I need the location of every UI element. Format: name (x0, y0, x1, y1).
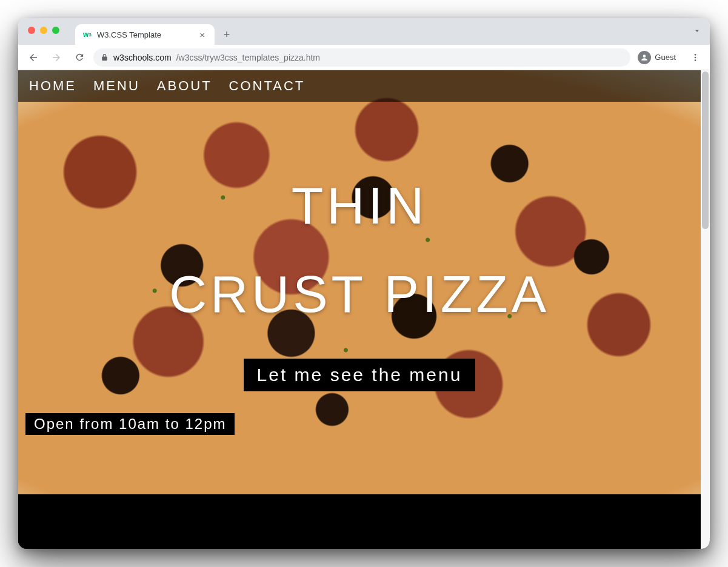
browser-menu-button[interactable] (687, 49, 704, 66)
fullscreen-window-button[interactable] (52, 27, 59, 34)
profile-button[interactable]: Guest (635, 48, 682, 67)
close-window-button[interactable] (28, 27, 35, 34)
svg-point-1 (695, 56, 696, 58)
minimize-window-button[interactable] (40, 27, 47, 34)
nav-link-menu[interactable]: MENU (93, 78, 140, 94)
opening-hours-badge: Open from 10am to 12pm (25, 413, 235, 435)
hero-title-line1: THIN (18, 179, 701, 231)
hero-heading: THIN CRUST PIZZA Let me see the menu (18, 179, 701, 391)
lock-icon (101, 53, 109, 61)
address-bar[interactable]: w3schools.com/w3css/tryw3css_templates_p… (93, 48, 630, 67)
see-menu-button[interactable]: Let me see the menu (244, 359, 476, 391)
window-controls (28, 27, 59, 34)
page-viewport: HOME MENU ABOUT CONTACT THIN CRUST PIZZA… (18, 70, 710, 549)
url-path: /w3css/tryw3css_templates_pizza.htm (176, 53, 320, 62)
nav-link-home[interactable]: HOME (29, 78, 76, 94)
favicon-icon: w3 (82, 30, 92, 39)
nav-link-contact[interactable]: CONTACT (229, 78, 306, 94)
page-content: HOME MENU ABOUT CONTACT THIN CRUST PIZZA… (18, 70, 701, 549)
new-tab-button[interactable]: + (218, 26, 235, 43)
vertical-scrollbar[interactable] (701, 70, 710, 549)
hero-section: HOME MENU ABOUT CONTACT THIN CRUST PIZZA… (18, 70, 701, 494)
browser-window: w3 W3.CSS Template × + w3schools.com/w3c… (18, 18, 710, 549)
browser-toolbar: w3schools.com/w3css/tryw3css_templates_p… (18, 45, 710, 70)
url-host: w3schools.com (113, 53, 172, 62)
svg-point-0 (695, 54, 696, 56)
tabs-overflow-icon[interactable] (693, 27, 701, 35)
forward-button[interactable] (47, 48, 65, 67)
svg-point-2 (695, 59, 696, 61)
hero-title-line2: CRUST PIZZA (18, 268, 701, 320)
footer-band (18, 496, 701, 549)
browser-tab[interactable]: w3 W3.CSS Template × (75, 24, 215, 45)
nav-link-about[interactable]: ABOUT (157, 78, 212, 94)
tab-title: W3.CSS Template (97, 30, 161, 39)
tab-close-button[interactable]: × (197, 29, 207, 41)
scrollbar-thumb[interactable] (702, 71, 709, 229)
avatar-icon (638, 51, 651, 64)
top-nav: HOME MENU ABOUT CONTACT (18, 70, 701, 102)
reload-button[interactable] (70, 48, 88, 67)
back-button[interactable] (24, 48, 42, 67)
titlebar: w3 W3.CSS Template × + (18, 18, 710, 45)
profile-label: Guest (655, 53, 676, 62)
